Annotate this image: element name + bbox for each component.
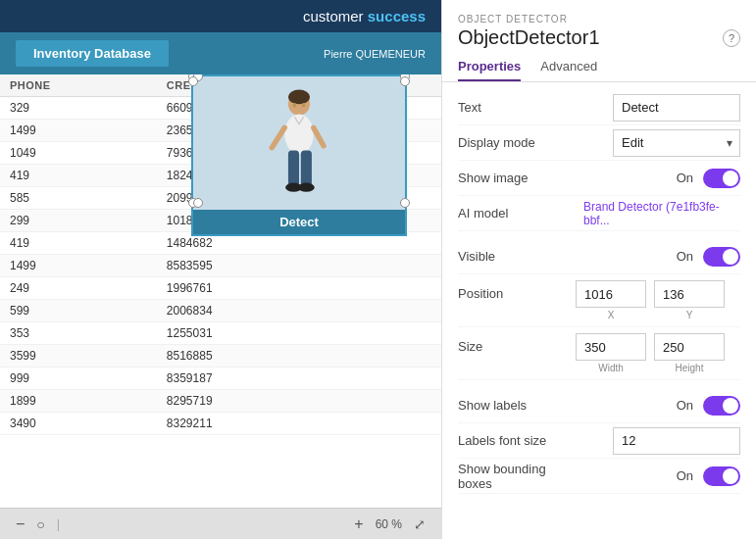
panel-tabs: Properties Advanced — [442, 53, 756, 82]
minus-icon[interactable]: − — [16, 515, 25, 533]
show-labels-value-wrap: On — [583, 396, 740, 416]
size-height-label: Height — [676, 363, 704, 373]
position-x-input[interactable] — [576, 280, 646, 308]
text-label: Text — [458, 100, 576, 115]
visible-label: Visible — [458, 249, 576, 264]
app-header: customer success — [0, 0, 441, 32]
person-svg — [255, 84, 343, 202]
visible-value-wrap: On — [583, 247, 740, 267]
prop-ai-model: AI model Brand Detector (7e1fb3fe-bbf... — [458, 196, 740, 231]
show-bounding-boxes-on-label: On — [677, 468, 693, 483]
position-y-label: Y — [686, 310, 693, 320]
display-mode-label: Display mode — [458, 135, 576, 150]
handle-br[interactable] — [400, 198, 410, 208]
ai-model-label: AI model — [458, 206, 576, 220]
detector-image — [193, 76, 405, 210]
table-cell: 8295719 — [157, 390, 441, 413]
show-labels-on-label: On — [677, 398, 693, 413]
left-panel: customer success Inventory Database Pier… — [0, 0, 441, 539]
detector-label[interactable]: Detect — [193, 210, 405, 234]
detector-overlay[interactable]: Detect — [191, 74, 407, 236]
table-cell: 299 — [0, 210, 157, 232]
svg-rect-6 — [301, 150, 312, 186]
table-cell: 585 — [0, 187, 157, 210]
prop-labels-font-size: Labels font size — [458, 423, 740, 459]
size-fields: Width Height — [576, 333, 740, 373]
handle-bm[interactable] — [193, 198, 203, 208]
prop-position: Position X Y — [458, 274, 740, 327]
show-image-toggle[interactable] — [703, 169, 740, 188]
show-labels-toggle[interactable] — [703, 396, 740, 416]
ai-model-link[interactable]: Brand Detector (7e1fb3fe-bbf... — [583, 200, 740, 227]
db-title[interactable]: Inventory Database — [16, 40, 169, 67]
prop-display-mode: Display mode Edit View — [458, 125, 740, 161]
position-fields: X Y — [576, 280, 740, 320]
show-labels-label: Show labels — [458, 398, 576, 413]
visible-toggle[interactable] — [703, 247, 740, 267]
table-row: 34908329211 — [0, 413, 441, 435]
size-inputs: Width Height — [576, 333, 740, 373]
circle-icon[interactable]: ○ — [36, 516, 44, 532]
svg-point-11 — [302, 103, 306, 108]
table-cell: 1255031 — [157, 322, 441, 345]
table-row: 3531255031 — [0, 322, 441, 345]
show-image-on-label: On — [677, 171, 693, 185]
ai-model-value-wrap: Brand Detector (7e1fb3fe-bbf... — [583, 200, 740, 227]
display-mode-wrapper: Edit View — [613, 129, 740, 157]
handle-mr[interactable] — [400, 76, 410, 86]
prop-show-image: Show image On — [458, 161, 740, 196]
svg-point-10 — [293, 103, 297, 108]
handle-ml[interactable] — [188, 76, 198, 86]
bottom-bar: − ○ | + 60 % ⤢ — [0, 508, 441, 539]
table-row: 35998516885 — [0, 345, 441, 368]
user-name: Pierre QUEMENEUR — [324, 48, 426, 60]
tab-properties[interactable]: Properties — [458, 53, 521, 81]
table-row: 18998295719 — [0, 390, 441, 413]
visible-on-label: On — [677, 249, 693, 264]
table-cell: 3599 — [0, 345, 157, 368]
position-y-wrap: Y — [654, 280, 725, 320]
position-x-wrap: X — [576, 280, 646, 320]
zoom-level: 60 % — [376, 517, 402, 531]
table-cell: 8583595 — [157, 255, 441, 277]
svg-point-9 — [288, 90, 310, 105]
table-cell: 249 — [0, 277, 157, 300]
prop-visible: Visible On — [458, 239, 740, 274]
size-width-label: Width — [598, 363, 624, 373]
position-y-input[interactable] — [654, 280, 725, 308]
table-cell: 999 — [0, 368, 157, 390]
show-bounding-boxes-toggle[interactable] — [703, 466, 740, 486]
size-width-input[interactable] — [576, 333, 646, 361]
table-row: 9998359187 — [0, 368, 441, 390]
table-cell: 1499 — [0, 255, 157, 277]
expand-icon[interactable]: ⤢ — [414, 516, 426, 532]
table-cell: 1049 — [0, 142, 157, 165]
text-input[interactable] — [613, 94, 740, 122]
prop-text: Text — [458, 90, 740, 125]
text-value-wrap — [583, 94, 740, 122]
table-cell: 353 — [0, 322, 157, 345]
table-cell: 1499 — [0, 120, 157, 142]
display-mode-select[interactable]: Edit View — [613, 129, 740, 157]
help-button[interactable]: ? — [723, 29, 740, 47]
table-cell: 8329211 — [157, 413, 441, 435]
svg-point-8 — [298, 183, 315, 192]
table-cell: 8516885 — [157, 345, 441, 368]
position-inputs: X Y — [576, 280, 740, 320]
table-row: 2491996761 — [0, 277, 441, 300]
tab-advanced[interactable]: Advanced — [540, 53, 597, 81]
section-label: OBJECT DETECTOR — [442, 0, 756, 26]
size-label: Size — [458, 333, 576, 354]
plus-icon[interactable]: + — [354, 515, 363, 533]
labels-font-size-input[interactable] — [613, 427, 740, 455]
table-row: 14998583595 — [0, 255, 441, 277]
props-area: Text Display mode Edit View Show image O — [442, 82, 756, 539]
panel-title: ObjectDetector1 — [458, 26, 600, 49]
size-height-input[interactable] — [654, 333, 725, 361]
right-panel: OBJECT DETECTOR ObjectDetector1 ? Proper… — [441, 0, 756, 539]
size-height-wrap: Height — [654, 333, 725, 373]
table-cell: 419 — [0, 232, 157, 255]
position-label: Position — [458, 280, 576, 301]
table-cell: 1899 — [0, 390, 157, 413]
table-cell: 329 — [0, 97, 157, 120]
